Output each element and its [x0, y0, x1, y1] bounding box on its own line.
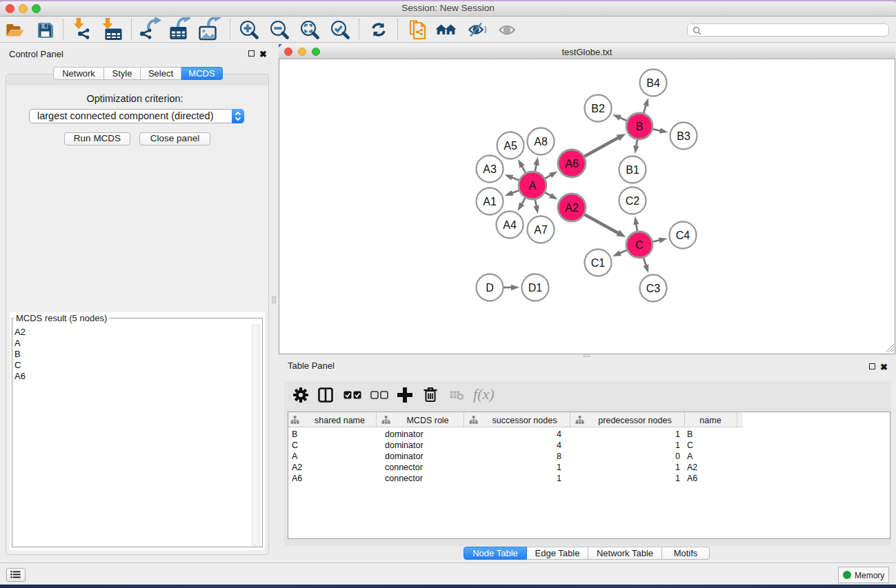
svg-text:D1: D1 — [528, 282, 543, 294]
svg-text:B1: B1 — [626, 164, 639, 176]
svg-text:A8: A8 — [534, 136, 548, 148]
svg-text:A2: A2 — [565, 202, 579, 214]
svg-text:A5: A5 — [504, 140, 517, 152]
svg-text:B: B — [636, 121, 644, 132]
svg-text:C4: C4 — [676, 230, 690, 241]
svg-text:B3: B3 — [677, 130, 690, 142]
svg-text:A7: A7 — [534, 224, 548, 236]
svg-text:C2: C2 — [626, 195, 640, 207]
svg-text:A6: A6 — [565, 158, 579, 170]
svg-text:A3: A3 — [483, 163, 497, 175]
svg-text:C: C — [635, 239, 644, 251]
svg-text:A1: A1 — [483, 196, 497, 207]
svg-text:C1: C1 — [591, 257, 606, 269]
svg-text:D: D — [486, 282, 494, 294]
svg-text:C3: C3 — [646, 283, 661, 294]
svg-text:A4: A4 — [503, 219, 517, 231]
svg-text:A: A — [529, 180, 537, 192]
svg-text:B2: B2 — [591, 103, 605, 114]
svg-text:B4: B4 — [646, 77, 660, 89]
